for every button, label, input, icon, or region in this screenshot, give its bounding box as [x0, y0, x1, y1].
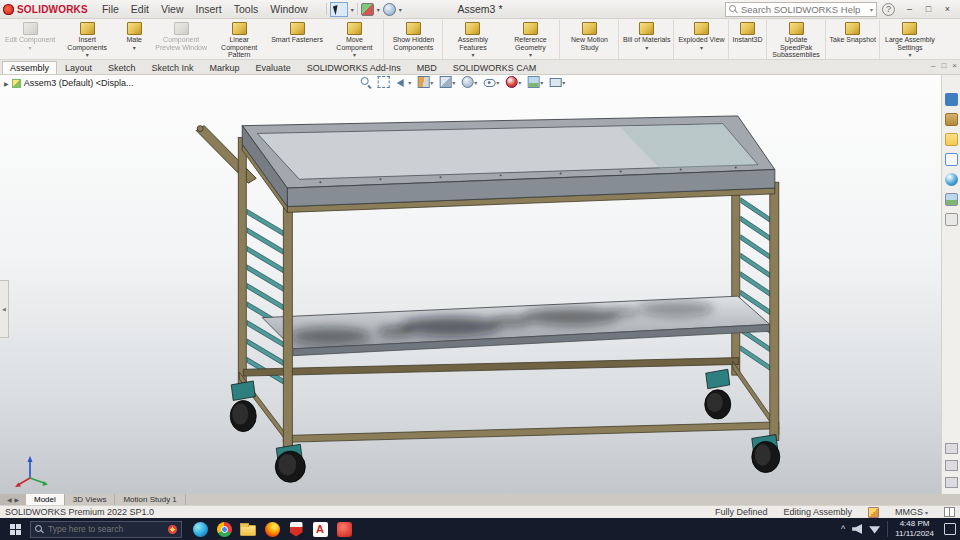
ribbon-button[interactable]: Linear Component Pattern — [210, 20, 268, 59]
taskbar-search[interactable] — [30, 521, 182, 538]
close-button[interactable]: × — [938, 1, 957, 17]
command-tab[interactable]: Markup — [202, 61, 248, 74]
doc-minimize-button[interactable]: – — [931, 61, 935, 70]
menu-item[interactable]: Window — [264, 2, 313, 16]
document-tab[interactable]: 3D Views — [65, 494, 116, 505]
chrome-icon[interactable] — [212, 518, 236, 540]
ribbon-button-label: Take Snapshot — [830, 36, 876, 44]
help-icon[interactable]: ? — [882, 3, 895, 16]
maximize-button[interactable]: □ — [919, 1, 938, 17]
command-tab[interactable]: MBD — [409, 61, 445, 74]
menu-item[interactable]: File — [96, 2, 125, 16]
red-app-icon[interactable] — [332, 518, 356, 540]
ribbon-button[interactable]: Move Component — [326, 20, 384, 59]
feature-tree-root[interactable]: ▶ Assem3 (Default) <Displa... — [4, 78, 133, 88]
ribbon-button[interactable]: Edit Component — [2, 20, 58, 59]
resources-home-icon[interactable] — [945, 93, 958, 106]
ribbon-button[interactable]: Exploded View — [675, 20, 728, 59]
panel-flyout-handle[interactable]: ◀ — [0, 280, 9, 338]
task-pane-icon[interactable] — [945, 443, 958, 454]
ribbon-button[interactable]: Mate — [116, 20, 152, 59]
ribbon-button[interactable]: Show Hidden Components — [385, 20, 443, 59]
viewport-layout-icon[interactable] — [944, 507, 955, 517]
ribbon-button[interactable]: Take Snapshot — [827, 20, 880, 59]
options-caret-icon[interactable]: ▾ — [399, 6, 402, 13]
ribbon-button[interactable]: Instant3D — [730, 20, 767, 59]
select-caret-icon[interactable]: ▾ — [351, 6, 354, 13]
volume-icon[interactable] — [852, 524, 862, 534]
ribbon-button[interactable]: Smart Fasteners — [268, 20, 326, 59]
help-search-input[interactable] — [741, 4, 867, 15]
menu-item[interactable]: Tools — [228, 2, 265, 16]
document-tab[interactable]: Model — [26, 494, 65, 505]
design-library-icon[interactable] — [945, 113, 958, 126]
command-tab[interactable]: Sketch Ink — [144, 61, 202, 74]
rebuild-caret-icon[interactable]: ▾ — [377, 6, 380, 13]
menu-item[interactable]: Edit — [125, 2, 155, 16]
command-tab[interactable]: SOLIDWORKS CAM — [445, 61, 545, 74]
start-button[interactable] — [0, 518, 30, 540]
previous-view-icon[interactable] — [395, 76, 411, 88]
ribbon-button[interactable]: Assembly Features — [444, 20, 502, 59]
ribbon-toolbar: Edit Component Insert Components Mate Co… — [0, 19, 960, 60]
ribbon-button[interactable]: Bill of Materials — [620, 20, 674, 59]
ribbon-button[interactable]: Large Assembly Settings — [881, 20, 939, 59]
scroll-right-icon[interactable]: ▶ — [15, 496, 20, 503]
taskbar-search-input[interactable] — [48, 524, 164, 534]
doc-close-button[interactable]: × — [952, 61, 957, 70]
units-selector[interactable]: MMGS ▾ — [895, 507, 928, 517]
file-explorer-taskbar-icon[interactable] — [236, 518, 260, 540]
view-settings-icon[interactable] — [549, 77, 565, 87]
doc-maximize-button[interactable]: □ — [941, 61, 946, 70]
apply-scene-icon[interactable] — [527, 76, 543, 88]
command-tab[interactable]: Evaluate — [248, 61, 299, 74]
ribbon-button[interactable]: Insert Components — [58, 20, 116, 59]
hide-show-items-icon[interactable] — [483, 77, 499, 87]
command-tab[interactable]: SOLIDWORKS Add-Ins — [299, 61, 409, 74]
zoom-to-fit-icon[interactable] — [359, 76, 371, 88]
display-style-icon[interactable] — [461, 76, 477, 88]
search-caret-icon[interactable]: ▾ — [870, 6, 873, 13]
taskbar-clock[interactable]: 4:48 PM 11/11/2024 — [895, 519, 934, 539]
letter-a-app-icon[interactable]: A — [308, 518, 332, 540]
document-tab[interactable]: Motion Study 1 — [115, 494, 185, 505]
ribbon-button[interactable]: Update SpeedPak Subassemblies — [768, 20, 826, 59]
view-palette-icon[interactable] — [945, 153, 958, 166]
tab-scroll-buttons[interactable]: ◀ ▶ — [0, 494, 26, 505]
select-tool-button[interactable] — [330, 2, 348, 17]
expand-arrow-icon[interactable]: ▶ — [4, 80, 9, 87]
menu-item[interactable]: View — [155, 2, 190, 16]
network-icon[interactable] — [869, 525, 880, 534]
command-tab[interactable]: Layout — [57, 61, 100, 74]
firefox-icon[interactable] — [260, 518, 284, 540]
shield-app-icon[interactable] — [284, 518, 308, 540]
edge-icon[interactable] — [188, 518, 212, 540]
file-explorer-icon[interactable] — [945, 133, 958, 146]
minimize-button[interactable]: – — [900, 1, 919, 17]
view-orientation-icon[interactable] — [439, 76, 455, 88]
ribbon-button-label: Smart Fasteners — [271, 36, 323, 44]
ribbon-button[interactable]: New Motion Study — [561, 20, 619, 59]
help-search[interactable]: ▾ — [725, 2, 877, 17]
menu-item[interactable]: Insert — [189, 2, 227, 16]
appearances-icon[interactable] — [945, 173, 958, 186]
custom-properties-icon[interactable] — [945, 213, 958, 226]
edit-appearance-icon[interactable] — [505, 76, 521, 88]
zoom-to-area-icon[interactable] — [377, 76, 389, 88]
ribbon-button[interactable]: Reference Geometry — [502, 20, 560, 59]
command-tab[interactable]: Assembly — [2, 61, 57, 74]
hidden-icons-chevron[interactable]: ^ — [841, 525, 845, 533]
rebuild-icon[interactable] — [361, 3, 374, 16]
section-view-icon[interactable] — [417, 76, 433, 88]
status-icon[interactable] — [868, 507, 879, 518]
dropdown-caret-icon — [29, 44, 32, 50]
scenes-icon[interactable] — [945, 193, 958, 206]
task-pane-icon[interactable] — [945, 460, 958, 471]
ribbon-button[interactable]: Component Preview Window — [152, 20, 210, 59]
options-icon[interactable] — [383, 3, 396, 16]
task-pane-icon[interactable] — [945, 477, 958, 488]
action-center-icon[interactable] — [944, 523, 956, 535]
command-tab[interactable]: Sketch — [100, 61, 144, 74]
scroll-left-icon[interactable]: ◀ — [7, 496, 12, 503]
viewport-3d[interactable]: ▶ Assem3 (Default) <Displa... ◀ — [0, 75, 941, 494]
